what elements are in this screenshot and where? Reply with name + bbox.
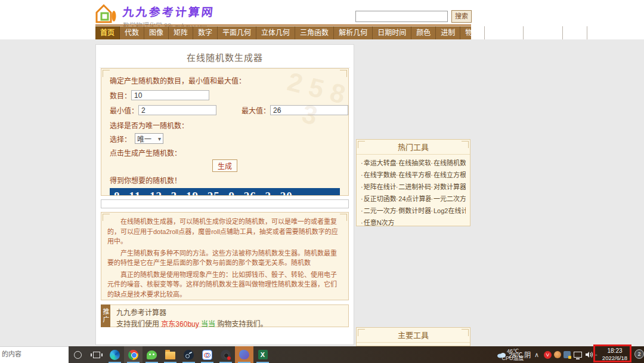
ethernet-icon (574, 352, 582, 358)
count-input[interactable] (131, 90, 209, 100)
hot-tools-title: 热门工具 (357, 140, 470, 155)
taskbar-search-button[interactable] (69, 346, 87, 363)
header-divider (95, 24, 471, 26)
nav-item-plane-geometry[interactable]: 平面几何 (218, 26, 256, 39)
notification-badge[interactable]: 2 (634, 349, 644, 359)
weather-widget[interactable] (497, 346, 506, 363)
unique-question-label: 选择是否为唯一随机数： (110, 120, 340, 130)
tray-screenshot-button[interactable] (564, 346, 571, 363)
search-input[interactable] (355, 11, 448, 22)
chevron-down-icon (158, 134, 161, 143)
chrome-taskbar-button[interactable] (124, 346, 143, 363)
hot-tool-link[interactable]: 二元一次方 (361, 205, 396, 215)
house-logo-icon (94, 3, 118, 24)
hot-tool-link[interactable]: 幸运大转盘 (361, 158, 396, 167)
search-button[interactable]: 搜索 (451, 10, 472, 23)
hot-tool-link[interactable]: 在线抽奖软 (396, 158, 431, 167)
nav-item-trigonometry[interactable]: 三角函数 (295, 26, 334, 39)
min-input[interactable] (138, 105, 216, 115)
network-status-button[interactable] (574, 346, 582, 363)
hot-tool-link[interactable]: 在线立方根 (431, 170, 466, 179)
speaker-icon (585, 351, 593, 358)
nav-item-home[interactable]: 首页 (95, 26, 120, 39)
file-explorer-button[interactable] (161, 346, 179, 363)
steam-taskbar-button[interactable] (179, 346, 198, 363)
hot-tool-link[interactable]: 倒数计时器 (396, 205, 431, 215)
nav-item-datetime[interactable]: 日期时间 (373, 26, 411, 39)
search-circle-icon (74, 351, 82, 359)
hot-tool-link[interactable]: 二进制补码 (396, 182, 431, 191)
nav-item-number[interactable]: 数字 (193, 26, 218, 39)
hot-tool-link[interactable]: 在线平方根 (396, 170, 431, 179)
nav-item-html-tools[interactable]: Html工具 (524, 26, 563, 39)
tray-orange-app-button[interactable] (554, 346, 561, 363)
generate-button[interactable]: 生成 (212, 159, 237, 172)
orange-dot-icon (554, 351, 561, 358)
chrome-icon (128, 350, 138, 360)
nav-item-algebra[interactable]: 代数 (120, 26, 144, 39)
clock-date: 2022/6/18 (597, 355, 632, 362)
red-v-icon (544, 351, 552, 359)
active-app-button[interactable] (235, 346, 253, 363)
nav-item-matrix[interactable]: 矩阵 (169, 26, 193, 39)
dangdang-link[interactable]: 当当 (201, 320, 215, 328)
hot-tool-link[interactable]: 一元二次方 (431, 193, 466, 203)
form-intro-label: 确定产生随机数的数目，最小值和最大值： (110, 75, 340, 85)
hot-tool-link[interactable]: 在线随机数 (431, 158, 466, 167)
hot-tool-link[interactable]: 对数计算器 (431, 182, 466, 191)
hot-tools-box: 热门工具 幸运大转盘 在线抽奖软 在线随机数 在线字数统 在线平方根 在线立方根… (356, 139, 470, 226)
tray-partial-icon[interactable]: ▫ (595, 346, 597, 363)
max-input[interactable] (270, 105, 348, 115)
lens-app-icon (221, 350, 231, 360)
hot-tool-link[interactable]: 任意N次方 (361, 217, 396, 227)
description-paragraph: 真正的随机数是使用物理现象产生的：比如掷钱币、骰子、转轮、使用电子元件的噪音、核… (107, 270, 342, 300)
promo-text-prefix: 支持我们使用 (116, 320, 159, 328)
description-box: 在线随机数生成器，可以随机生成你设定的随机数，可以是唯一的或者重复的，可以应用于… (101, 212, 349, 300)
promo-tag: 推广 (101, 304, 110, 327)
unique-select[interactable]: 唯一 (135, 133, 163, 144)
hot-tool-link[interactable]: 在线字数统 (361, 170, 396, 179)
nav-item-color[interactable]: 颜色 (411, 26, 436, 39)
description-paragraph: 在线随机数生成器，可以随机生成你设定的随机数，可以是唯一的或者重复的，可以应用于… (107, 217, 342, 247)
main-tools-box: 主要工具 (356, 327, 470, 346)
nav-item-circuit[interactable]: 电子电路 (485, 26, 524, 39)
rings-app-button[interactable] (198, 346, 216, 363)
tray-red-app-button[interactable] (544, 346, 552, 363)
min-label: 最小值： (110, 105, 138, 115)
tray-expand-chevron[interactable]: ∧ (534, 346, 539, 363)
steam-icon (184, 350, 194, 360)
excel-taskbar-button[interactable] (253, 346, 272, 363)
edge-taskbar-button[interactable] (106, 346, 124, 363)
wechat-icon (147, 350, 157, 359)
max-label: 最大值： (242, 105, 270, 115)
volume-button[interactable] (585, 346, 593, 363)
browser-status-text: 的内容 (0, 346, 69, 363)
task-view-icon (93, 352, 100, 358)
nav-item-solid-geometry[interactable]: 立体几何 (256, 26, 295, 39)
taskbar-clock[interactable]: 18:23 2022/6/18 (597, 347, 632, 362)
hot-tool-link[interactable]: Log2在线计 (431, 205, 466, 215)
main-panel: 在线随机数生成器 2 5 8 3 确定产生随机数的数目，最小值和最大值： 数目：… (95, 44, 354, 345)
nav-item-health[interactable]: 健康 (563, 26, 587, 39)
lens-app-button[interactable] (216, 346, 235, 363)
promo-text-suffix: 购物支持我们。 (217, 320, 267, 328)
empty-input-strip[interactable] (101, 199, 349, 208)
task-view-button[interactable] (87, 346, 106, 363)
site-title: 九九参考计算网 (122, 3, 216, 19)
result-numbers-bar: 8 11 12 3 19 25 9 26 2 20 (110, 188, 340, 196)
main-tools-title: 主要工具 (357, 328, 470, 343)
nav-item-analytic-geometry[interactable]: 解析几何 (334, 26, 373, 39)
jd-link[interactable]: 京东360buy (161, 320, 199, 328)
hot-tool-link[interactable]: 反正切函数 (361, 193, 396, 203)
promo-title: 九九参考计算器 (116, 307, 342, 317)
hot-tool-link[interactable]: 矩阵在线计 (361, 182, 396, 191)
promo-box: 推广 九九参考计算器 支持我们使用 京东360buy 当当 购物支持我们。 (101, 304, 349, 327)
weather-text[interactable]: 28℃ 阴 (509, 346, 531, 363)
nav-item-image[interactable]: 图像 (144, 26, 169, 39)
hot-tool-link[interactable]: 24点计算器 (396, 193, 431, 203)
wechat-taskbar-button[interactable] (143, 346, 161, 363)
unique-select-value: 唯一 (137, 134, 151, 144)
blue-blob-app-icon (239, 350, 249, 359)
nav-item-physics[interactable]: 物理 (460, 26, 485, 39)
nav-item-base[interactable]: 进制 (436, 26, 460, 39)
